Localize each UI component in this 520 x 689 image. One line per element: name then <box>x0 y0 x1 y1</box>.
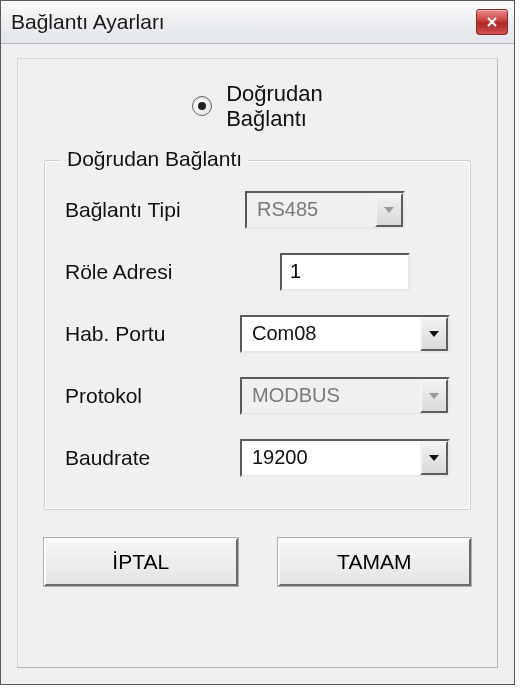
dialog-button-row: İPTAL TAMAM <box>44 538 471 586</box>
chevron-down-icon <box>420 441 448 475</box>
combo-baudrate[interactable]: 19200 <box>240 439 450 477</box>
row-com-port: Hab. Portu Com08 <box>65 315 450 353</box>
row-baudrate: Baudrate 19200 <box>65 439 450 477</box>
title-text: Bağlantı Ayarları <box>11 10 165 34</box>
label-baudrate: Baudrate <box>65 446 240 470</box>
combo-com-port[interactable]: Com08 <box>240 315 450 353</box>
group-legend: Doğrudan Bağlantı <box>61 147 248 171</box>
inner-panel: Doğrudan Bağlantı Doğrudan Bağlantı Bağl… <box>17 58 498 668</box>
dialog-window: Bağlantı Ayarları Doğrudan Bağlantı Doğr… <box>0 0 515 685</box>
title-bar: Bağlantı Ayarları <box>1 1 514 44</box>
connection-mode-radio-row: Doğrudan Bağlantı <box>44 81 471 132</box>
client-area: Doğrudan Bağlantı Doğrudan Bağlantı Bağl… <box>1 44 514 684</box>
close-icon <box>486 16 498 28</box>
chevron-down-icon <box>420 317 448 351</box>
input-relay-address[interactable] <box>282 255 408 289</box>
close-button[interactable] <box>476 9 508 35</box>
direct-connection-radio-label: Doğrudan Bağlantı <box>226 81 323 132</box>
combo-connection-type-value: RS485 <box>247 198 375 221</box>
input-relay-address-wrapper <box>280 253 410 291</box>
combo-com-port-value: Com08 <box>242 322 420 345</box>
cancel-button-label: İPTAL <box>112 550 169 574</box>
label-com-port: Hab. Portu <box>65 322 240 346</box>
chevron-down-icon <box>375 193 403 227</box>
combo-baudrate-value: 19200 <box>242 446 420 469</box>
radio-label-line1: Doğrudan <box>226 81 323 106</box>
combo-connection-type: RS485 <box>245 191 405 229</box>
direct-connection-group: Doğrudan Bağlantı Bağlantı Tipi RS485 Rö… <box>44 160 471 510</box>
direct-connection-radio[interactable] <box>192 96 212 116</box>
cancel-button[interactable]: İPTAL <box>44 538 238 586</box>
combo-protocol: MODBUS <box>240 377 450 415</box>
label-protocol: Protokol <box>65 384 240 408</box>
label-connection-type: Bağlantı Tipi <box>65 198 245 222</box>
row-connection-type: Bağlantı Tipi RS485 <box>65 191 450 229</box>
ok-button-label: TAMAM <box>337 550 411 574</box>
ok-button[interactable]: TAMAM <box>278 538 472 586</box>
chevron-down-icon <box>420 379 448 413</box>
row-relay-address: Röle Adresi <box>65 253 450 291</box>
label-relay-address: Röle Adresi <box>65 260 245 284</box>
combo-protocol-value: MODBUS <box>242 384 420 407</box>
radio-label-line2: Bağlantı <box>226 106 307 131</box>
row-protocol: Protokol MODBUS <box>65 377 450 415</box>
